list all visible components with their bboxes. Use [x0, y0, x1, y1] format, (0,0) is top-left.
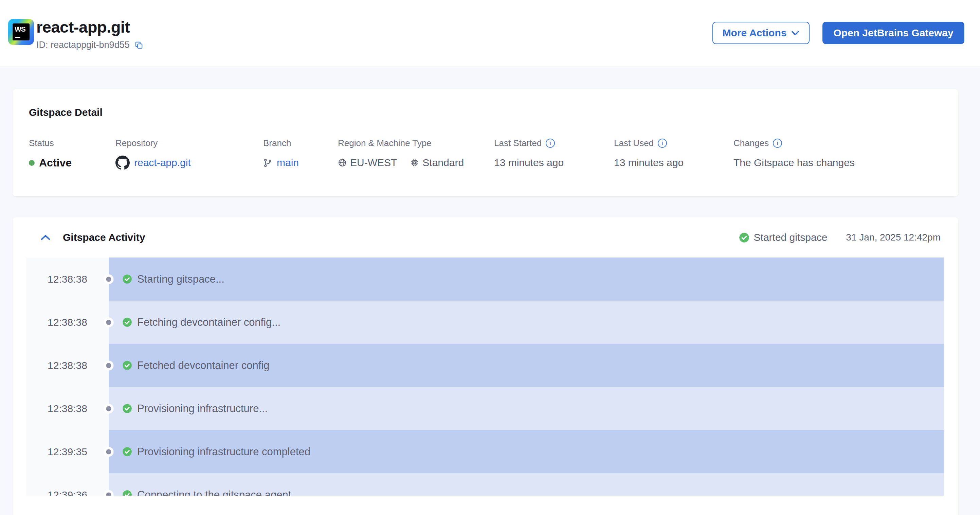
field-last-started: Last Started i 13 minutes ago [494, 138, 614, 170]
more-actions-button[interactable]: More Actions [713, 22, 810, 44]
field-status: Status Active [29, 138, 115, 170]
log-message: Provisioning infrastructure completed [137, 446, 310, 458]
chevron-up-icon [40, 234, 51, 241]
last-started-value: 13 minutes ago [494, 157, 564, 169]
git-branch-icon [263, 158, 272, 167]
last-used-info-icon[interactable]: i [658, 139, 667, 148]
log-time: 12:38:38 [26, 257, 109, 301]
log-time: 12:38:38 [26, 387, 109, 430]
webstorm-icon-underscore [15, 37, 21, 38]
repository-label: Repository [115, 138, 263, 148]
status-label: Status [29, 138, 115, 148]
status-dot-icon [29, 160, 35, 166]
repository-link[interactable]: react-app.git [134, 157, 191, 169]
region-value: EU-WEST [350, 157, 397, 169]
field-repository: Repository react-app.git [115, 138, 263, 170]
activity-log-viewport[interactable]: 12:38:38 Starting gitspace... 12:38:38 F… [26, 257, 944, 496]
github-icon [115, 156, 130, 170]
copy-id-button[interactable] [134, 41, 143, 49]
webstorm-icon-label: WS [14, 25, 25, 33]
success-check-icon [122, 490, 132, 496]
webstorm-icon-inner: WS [13, 24, 30, 40]
gitspace-detail-card: Gitspace Detail Status Active Repository… [13, 89, 958, 196]
activity-status-area: Started gitspace 31 Jan, 2025 12:42pm [739, 232, 940, 243]
top-bar: WS react-app.git ID: reactappgit-bn9d55 … [0, 0, 980, 67]
timeline-dot-icon [106, 492, 111, 496]
changes-value: The Gitspace has changes [733, 157, 855, 169]
timeline-dot-icon [106, 406, 111, 411]
success-check-icon [122, 360, 132, 370]
log-row: 12:38:38 Provisioning infrastructure... [26, 387, 944, 430]
field-branch: Branch main [263, 138, 338, 170]
gitspace-activity-title: Gitspace Activity [63, 232, 145, 243]
log-message: Provisioning infrastructure... [137, 403, 267, 415]
open-jetbrains-gateway-label: Open JetBrains Gateway [833, 27, 953, 39]
gitspace-id: ID: reactappgit-bn9d55 [37, 40, 130, 50]
last-started-info-icon[interactable]: i [546, 139, 555, 148]
status-value: Active [39, 156, 72, 169]
title-block: react-app.git ID: reactappgit-bn9d55 [37, 18, 143, 50]
log-row: 12:38:38 Starting gitspace... [26, 257, 944, 301]
success-check-icon [122, 274, 132, 284]
more-actions-label: More Actions [722, 27, 787, 39]
copy-icon [134, 41, 143, 49]
changes-info-icon[interactable]: i [773, 139, 782, 148]
field-region-machine: Region & Machine Type EU-WEST Standard [338, 138, 494, 170]
field-last-used: Last Used i 13 minutes ago [614, 138, 733, 170]
log-time: 12:39:36 [26, 473, 109, 496]
log-row: 12:39:35 Provisioning infrastructure com… [26, 430, 944, 473]
last-used-label: Last Used [614, 138, 654, 148]
gitspace-detail-title: Gitspace Detail [29, 107, 942, 118]
log-row: 12:38:38 Fetching devcontainer config... [26, 301, 944, 344]
log-row: 12:38:38 Fetched devcontainer config [26, 344, 944, 387]
timeline-dot-icon [106, 449, 111, 454]
timeline-dot-icon [106, 320, 111, 325]
last-started-label: Last Started [494, 138, 542, 148]
activity-timestamp: 31 Jan, 2025 12:42pm [846, 232, 940, 243]
collapse-activity-button[interactable] [40, 234, 52, 241]
timeline-dot-icon [106, 276, 111, 282]
log-message: Fetched devcontainer config [137, 359, 269, 372]
branch-link[interactable]: main [277, 157, 299, 169]
chevron-down-icon [791, 30, 799, 36]
success-check-icon [122, 403, 132, 413]
machine-type-icon [410, 158, 419, 167]
activity-status-badge: Started gitspace [739, 232, 827, 243]
page-title: react-app.git [37, 18, 143, 36]
open-jetbrains-gateway-button[interactable]: Open JetBrains Gateway [822, 22, 964, 44]
branch-label: Branch [263, 138, 338, 148]
log-message: Fetching devcontainer config... [137, 316, 280, 328]
gitspace-detail-fields: Status Active Repository react-app.git B… [29, 138, 942, 170]
log-row: 12:39:36 Connecting to the gitspace agen… [26, 473, 944, 496]
gitspace-activity-card: Gitspace Activity Started gitspace 31 Ja… [13, 217, 958, 515]
region-machine-label: Region & Machine Type [338, 138, 494, 148]
log-time: 12:39:35 [26, 430, 109, 473]
log-message: Starting gitspace... [137, 273, 224, 285]
success-check-icon [739, 232, 749, 243]
machine-type-value: Standard [422, 157, 464, 169]
timeline-dot-icon [106, 363, 111, 368]
success-check-icon [122, 317, 132, 327]
last-used-value: 13 minutes ago [614, 157, 684, 169]
webstorm-icon: WS [8, 19, 34, 45]
activity-status-text: Started gitspace [754, 232, 827, 243]
gitspace-activity-header: Gitspace Activity Started gitspace 31 Ja… [13, 217, 958, 257]
gitspace-id-row: ID: reactappgit-bn9d55 [37, 40, 143, 50]
field-changes: Changes i The Gitspace has changes [733, 138, 942, 170]
globe-icon [338, 158, 347, 167]
log-time: 12:38:38 [26, 344, 109, 387]
log-time: 12:38:38 [26, 301, 109, 344]
changes-label: Changes [733, 138, 769, 148]
success-check-icon [122, 447, 132, 456]
log-message: Connecting to the gitspace agent [137, 489, 291, 496]
